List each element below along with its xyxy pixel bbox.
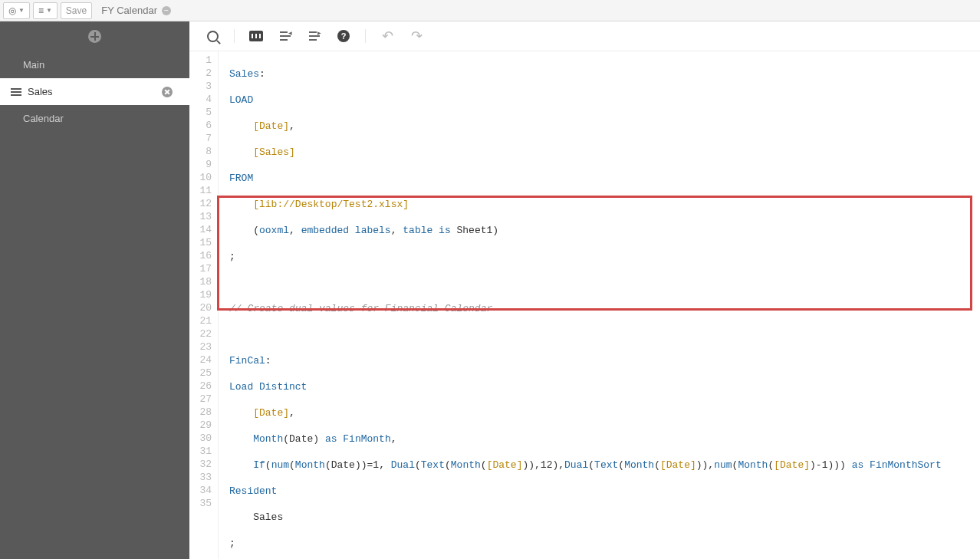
outdent-icon: [280, 31, 291, 41]
sidebar-item-label: Sales: [28, 86, 53, 97]
comment-icon: [249, 31, 263, 41]
comment-button[interactable]: [244, 25, 268, 48]
redo-button[interactable]: ↷: [404, 25, 429, 48]
separator: [365, 29, 366, 43]
save-button[interactable]: Save: [61, 2, 92, 19]
delete-section-icon[interactable]: [162, 87, 173, 97]
indent-icon: [309, 31, 320, 41]
drag-handle-icon[interactable]: [11, 88, 21, 96]
line-gutter: 12345678910 11121314151617181920 2122232…: [189, 51, 219, 559]
outdent-button[interactable]: [273, 25, 298, 48]
caret-down-icon: ▼: [18, 7, 25, 14]
app-title: FY Calendar: [95, 5, 171, 16]
help-button[interactable]: ?: [331, 25, 356, 48]
redo-icon: ↷: [411, 28, 423, 44]
search-icon: [207, 31, 219, 42]
undo-icon: ↶: [382, 28, 393, 44]
separator: [234, 29, 235, 43]
main-layout: Main Sales Calendar ? ↶ ↷ 1234: [0, 21, 980, 559]
sidebar-item-calendar[interactable]: Calendar: [0, 105, 189, 132]
sidebar-item-label: Main: [23, 59, 44, 71]
compass-icon: ◎: [8, 5, 16, 16]
add-section-button[interactable]: [0, 21, 189, 51]
list-icon: ≡: [38, 5, 44, 16]
code-content[interactable]: Sales: LOAD [Date], [Sales] FROM [lib://…: [219, 51, 980, 559]
nav-button[interactable]: ◎ ▼: [3, 2, 30, 19]
sidebar-item-label: Calendar: [23, 113, 64, 124]
topbar: ◎ ▼ ≡ ▼ Save FY Calendar: [0, 0, 980, 21]
indent-button[interactable]: [302, 25, 327, 48]
code-area[interactable]: 12345678910 11121314151617181920 2122232…: [189, 51, 980, 559]
editor: ? ↶ ↷ 12345678910 11121314151617181920 2…: [189, 21, 980, 559]
app-title-text: FY Calendar: [101, 5, 157, 16]
save-label: Save: [66, 5, 87, 16]
status-badge-icon: [162, 6, 171, 15]
undo-button[interactable]: ↶: [375, 25, 400, 48]
caret-down-icon: ▼: [46, 7, 52, 14]
sidebar: Main Sales Calendar: [0, 21, 189, 559]
search-button[interactable]: [200, 25, 225, 48]
list-button[interactable]: ≡ ▼: [33, 2, 58, 19]
plus-circle-icon: [88, 30, 101, 43]
help-icon: ?: [337, 30, 350, 42]
editor-toolbar: ? ↶ ↷: [189, 21, 980, 51]
sidebar-item-sales[interactable]: Sales: [0, 78, 189, 105]
sidebar-item-main[interactable]: Main: [0, 51, 189, 78]
